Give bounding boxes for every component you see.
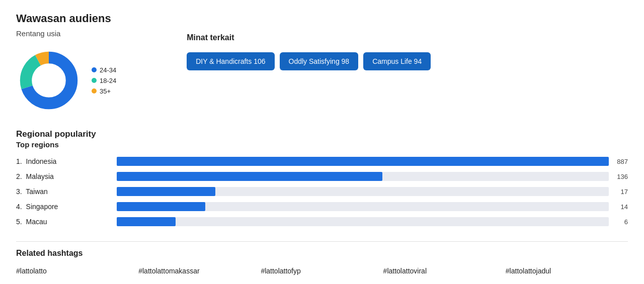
- hashtags-section: Related hashtags #lattolatto #lattolatto…: [16, 241, 628, 277]
- bar-value-0: 887: [614, 158, 628, 165]
- donut-svg: [16, 48, 82, 113]
- main-container: Wawasan audiens Rentang usia: [0, 0, 644, 284]
- bar-container-3: [117, 202, 609, 211]
- bar-fill-4: [117, 217, 176, 226]
- top-section: Rentang usia: [16, 29, 628, 113]
- minat-tag-1[interactable]: Oddly Satisfying 98: [280, 52, 359, 70]
- page-title: Wawasan audiens: [16, 12, 628, 25]
- svg-point-4: [33, 65, 64, 96]
- bar-value-4: 6: [614, 218, 628, 226]
- age-label: Rentang usia: [16, 29, 116, 38]
- regional-title: Regional popularity: [16, 129, 628, 139]
- minat-tags: DIY & Handicrafts 106 Oddly Satisfying 9…: [187, 52, 431, 70]
- region-name-0: 1. Indonesia: [16, 157, 117, 165]
- bar-value-2: 17: [614, 188, 628, 196]
- hashtag-1[interactable]: #lattolattomakassar: [138, 265, 261, 277]
- legend-item-35plus: 35+: [92, 87, 116, 95]
- minat-section: Minat terkait DIY & Handicrafts 106 Oddl…: [187, 33, 431, 70]
- regions-chart: 1. Indonesia 887 2. Malaysia 136: [16, 154, 628, 229]
- legend-dot-35plus: [92, 88, 97, 93]
- legend-dot-1824: [92, 78, 97, 83]
- bar-value-3: 14: [614, 203, 628, 211]
- region-name-1: 2. Malaysia: [16, 172, 117, 180]
- region-row-3: 4. Singapore 14: [16, 199, 628, 214]
- minat-tag-2[interactable]: Campus Life 94: [363, 52, 431, 70]
- bar-fill-1: [117, 172, 382, 181]
- bar-fill-2: [117, 187, 215, 196]
- legend-item-2434: 24-34: [92, 66, 116, 74]
- region-row-1: 2. Malaysia 136: [16, 169, 628, 184]
- bar-container-0: [117, 157, 609, 166]
- bar-fill-0: [117, 157, 609, 166]
- legend: 24-34 18-24 35+: [92, 66, 116, 95]
- region-name-3: 4. Singapore: [16, 203, 117, 211]
- minat-tag-0[interactable]: DIY & Handicrafts 106: [187, 52, 274, 70]
- legend-item-1824: 18-24: [92, 77, 116, 84]
- minat-title: Minat terkait: [187, 33, 431, 42]
- region-name-4: 5. Macau: [16, 218, 117, 226]
- hashtag-2[interactable]: #lattolattofyp: [261, 265, 383, 277]
- hashtag-3[interactable]: #lattolattoviral: [383, 265, 506, 277]
- legend-label-1824: 18-24: [100, 77, 116, 84]
- bar-fill-3: [117, 202, 205, 211]
- bar-container-4: [117, 217, 609, 226]
- legend-dot-2434: [92, 67, 97, 72]
- hashtag-4[interactable]: #lattolattojadul: [506, 265, 628, 277]
- bar-value-1: 136: [614, 173, 628, 180]
- region-row-0: 1. Indonesia 887: [16, 154, 628, 169]
- donut-chart: [16, 48, 82, 113]
- bar-container-1: [117, 172, 609, 181]
- region-name-2: 3. Taiwan: [16, 187, 117, 196]
- bar-container-2: [117, 187, 609, 196]
- region-row-4: 5. Macau 6: [16, 214, 628, 229]
- regional-section: Regional popularity Top regions 1. Indon…: [16, 129, 628, 229]
- legend-label-2434: 24-34: [100, 66, 116, 74]
- top-regions-label: Top regions: [16, 140, 628, 149]
- hashtags-title: Related hashtags: [16, 249, 628, 258]
- legend-label-35plus: 35+: [100, 87, 111, 95]
- donut-area: 24-34 18-24 35+: [16, 48, 116, 113]
- region-row-2: 3. Taiwan 17: [16, 184, 628, 199]
- hashtag-0[interactable]: #lattolatto: [16, 265, 138, 277]
- hashtags-row: #lattolatto #lattolattomakassar #lattola…: [16, 265, 628, 277]
- age-section: Rentang usia: [16, 29, 116, 113]
